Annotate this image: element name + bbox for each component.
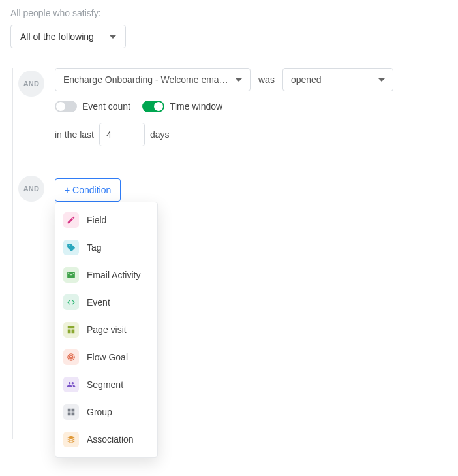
mail-icon	[63, 267, 79, 283]
condition-menu-item[interactable]: Association	[55, 426, 157, 453]
condition-menu-item-label: Field	[87, 215, 106, 225]
condition-menu-item-label: Tag	[87, 242, 102, 253]
verb-text: was	[258, 74, 275, 85]
combinator-label: All of the following	[20, 31, 94, 42]
condition-menu-item[interactable]: Field	[55, 206, 157, 234]
chevron-down-icon	[110, 35, 116, 39]
tag-icon	[63, 240, 79, 255]
time-prefix: in the last	[55, 129, 94, 140]
condition-menu-item[interactable]: Flow Goal	[55, 343, 157, 371]
and-badge: AND	[18, 176, 44, 202]
condition-menu-item-label: Page visit	[87, 325, 127, 335]
code-icon	[63, 294, 79, 310]
time-window-label: Time window	[170, 101, 222, 112]
link-icon	[63, 432, 79, 447]
people-icon	[63, 377, 79, 392]
condition-menu-item[interactable]: Tag	[55, 234, 157, 261]
condition-menu-item-label: Group	[87, 407, 112, 417]
target-icon	[63, 349, 79, 365]
event-count-toggle[interactable]	[55, 101, 77, 112]
condition-menu-item[interactable]: Segment	[55, 371, 157, 398]
condition-menu-item[interactable]: Page visit	[55, 316, 157, 343]
pencil-icon	[63, 212, 79, 228]
combinator-select[interactable]: All of the following	[10, 25, 126, 48]
chevron-down-icon	[236, 78, 242, 82]
group-icon	[63, 404, 79, 420]
condition-menu-item-label: Association	[87, 434, 134, 445]
time-window-toggle[interactable]	[142, 101, 164, 112]
layout-icon	[63, 322, 79, 338]
condition-menu-item-label: Flow Goal	[87, 352, 128, 362]
toggle-knob	[154, 102, 163, 111]
condition-menu-item[interactable]: Email Activity	[55, 261, 157, 289]
condition-menu-item-label: Email Activity	[87, 270, 140, 280]
event-select[interactable]: Encharge Onboarding - Welcome email…	[55, 68, 251, 91]
condition-menu-item-label: Event	[87, 297, 110, 308]
and-badge: AND	[18, 71, 44, 97]
status-select[interactable]: opened	[282, 68, 393, 91]
add-condition-button[interactable]: + Condition	[55, 178, 121, 202]
time-suffix: days	[150, 129, 170, 140]
time-value-input[interactable]	[99, 123, 145, 146]
status-select-value: opened	[291, 74, 322, 85]
condition-menu-item-label: Segment	[87, 379, 123, 390]
toggle-knob	[56, 102, 65, 111]
chevron-down-icon	[378, 78, 385, 82]
event-count-label: Event count	[82, 101, 130, 112]
condition-menu-item[interactable]: Group	[55, 398, 157, 426]
header-intro: All people who satisfy:	[10, 8, 448, 18]
condition-menu-item[interactable]: Event	[55, 289, 157, 316]
event-select-value: Encharge Onboarding - Welcome email…	[63, 74, 229, 85]
condition-type-menu: FieldTagEmail ActivityEventPage visitFlo…	[55, 202, 158, 458]
